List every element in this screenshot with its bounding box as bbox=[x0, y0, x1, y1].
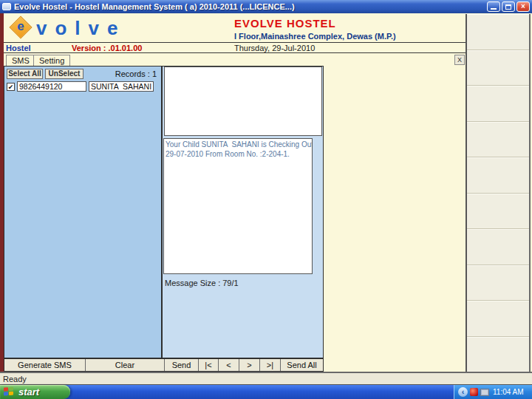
window-title: Evolve Hostel - Hostel Management System… bbox=[14, 2, 487, 11]
title-bar: Evolve Hostel - Hostel Management System… bbox=[0, 0, 532, 13]
recipient-checkbox[interactable]: ✔ bbox=[7, 83, 15, 91]
recipient-phone-field[interactable] bbox=[17, 81, 86, 92]
taskbar-clock: 11:04 AM bbox=[493, 388, 524, 396]
right-panel-cell bbox=[467, 50, 529, 86]
right-panel-cell bbox=[467, 337, 529, 372]
nav-next-button[interactable]: > bbox=[239, 359, 260, 371]
right-panel bbox=[466, 14, 531, 372]
message-size-label: Message Size : 79/1 bbox=[165, 279, 239, 287]
send-all-button[interactable]: Send All bbox=[281, 359, 323, 371]
taskbar: start ‹ 11:04 AM bbox=[0, 385, 532, 399]
logo-wordmark: volve bbox=[36, 17, 126, 40]
right-panel-cell bbox=[467, 194, 529, 230]
date-label: Thursday, 29-Jul-2010 bbox=[234, 44, 315, 52]
evolve-logo: e volve bbox=[8, 16, 149, 40]
recipients-panel: Select All UnSelect Records : 1 ✔ bbox=[4, 66, 162, 358]
version-label: Version : .01.01.00 bbox=[72, 44, 142, 52]
right-panel-cell bbox=[467, 229, 529, 265]
minimize-icon[interactable] bbox=[487, 1, 500, 12]
info-bar: Hostel Version : .01.01.00 Thursday, 29-… bbox=[4, 44, 466, 53]
tray-display-icon[interactable] bbox=[480, 389, 489, 396]
application-window: Evolve Hostel - Hostel Management System… bbox=[0, 0, 532, 399]
recipient-row: ✔ bbox=[7, 81, 154, 92]
tab-sms[interactable]: SMS bbox=[6, 55, 35, 66]
restore-icon[interactable] bbox=[502, 1, 515, 12]
tray-chevron-icon[interactable]: ‹ bbox=[458, 387, 468, 397]
right-panel-cell bbox=[467, 86, 529, 122]
nav-prev-button[interactable]: < bbox=[219, 359, 239, 371]
select-all-button[interactable]: Select All bbox=[7, 69, 43, 79]
logo-letter-e: e bbox=[13, 18, 29, 35]
start-button-label: start bbox=[18, 386, 39, 398]
tab-setting[interactable]: Setting bbox=[33, 55, 70, 66]
windows-flag-icon bbox=[4, 386, 15, 397]
recipient-name-field[interactable] bbox=[89, 81, 154, 92]
unselect-button[interactable]: UnSelect bbox=[45, 69, 83, 79]
start-button[interactable]: start bbox=[0, 385, 70, 399]
right-panel-cell bbox=[467, 157, 529, 194]
module-label: Hostel bbox=[6, 44, 31, 52]
status-bar: Ready bbox=[0, 372, 532, 385]
right-panel-cell bbox=[467, 301, 529, 337]
system-tray: ‹ 11:04 AM bbox=[454, 385, 532, 399]
right-panel-cell bbox=[467, 14, 529, 50]
nav-last-button[interactable]: >| bbox=[260, 359, 281, 371]
message-panel: Your Child SUNITA SAHANI is Checking Out… bbox=[162, 66, 324, 358]
sms-page: Select All UnSelect Records : 1 ✔ Your C… bbox=[4, 66, 466, 372]
clear-button[interactable]: Clear bbox=[86, 359, 165, 371]
app-window-icon bbox=[2, 3, 11, 10]
tray-app-icon[interactable] bbox=[470, 388, 478, 396]
message-textarea[interactable]: Your Child SUNITA SAHANI is Checking Out… bbox=[163, 138, 313, 274]
hostel-address: I Floor,Mainashree Complex, Dewas (M.P.) bbox=[234, 32, 396, 41]
app-body: e volve EVOLVE HOSTEL I Floor,Mainashree… bbox=[0, 13, 532, 385]
action-bar: Generate SMS Clear Send |< < > >| Send A… bbox=[4, 358, 324, 372]
message-list-box[interactable] bbox=[164, 66, 322, 136]
generate-sms-button[interactable]: Generate SMS bbox=[4, 359, 86, 371]
window-controls: × bbox=[487, 1, 530, 12]
right-panel-cell bbox=[467, 122, 529, 158]
tab-strip: SMS Setting X bbox=[4, 54, 466, 66]
header: e volve EVOLVE HOSTEL I Floor,Mainashree… bbox=[4, 13, 466, 43]
nav-first-button[interactable]: |< bbox=[199, 359, 219, 371]
close-icon[interactable]: × bbox=[516, 1, 530, 12]
right-panel-cell bbox=[467, 265, 529, 301]
tab-close-icon[interactable]: X bbox=[454, 55, 465, 65]
send-button[interactable]: Send bbox=[165, 359, 199, 371]
hostel-name: EVOLVE HOSTEL bbox=[234, 17, 336, 30]
records-count: Records : 1 bbox=[115, 69, 157, 78]
